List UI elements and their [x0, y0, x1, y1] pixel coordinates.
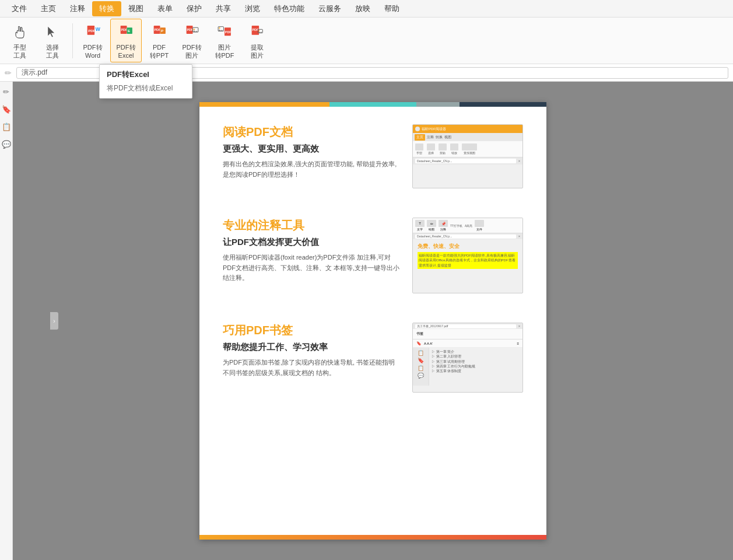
pdf-section-read: 阅读PDF文档 更强大、更实用、更高效 拥有出色的文档渲染效果,强大的页面管理功… [223, 124, 523, 188]
dropdown-title: PDF转Excel [100, 65, 192, 82]
select-tool-btn[interactable]: 选择工具 [37, 19, 68, 61]
pdf-to-word-icon: PDF W [82, 22, 103, 43]
hand-tool-btn[interactable]: 手型工具 [5, 19, 35, 61]
top-bar-gray [416, 102, 460, 107]
menu-file[interactable]: 文件 [5, 1, 34, 16]
svg-text:PDF: PDF [88, 29, 96, 33]
pdf-section-read-title: 阅读PDF文档 [223, 124, 401, 140]
menu-present[interactable]: 放映 [348, 1, 377, 16]
pdf-section-annotate-text: 使用福昕PDF阅读器(foxit reader)为PDF文件添 加注释,可对PD… [223, 253, 401, 284]
image-to-pdf-icon: PDF [214, 22, 235, 43]
menu-browse[interactable]: 浏览 [238, 1, 267, 16]
menu-help[interactable]: 帮助 [377, 1, 406, 16]
pdf-section-bookmark-text: 为PDF页面添加书签,除了实现内容的快速导航, 书签还能指明不同书签的层级关系,… [223, 358, 401, 378]
pdf-page: 阅读PDF文档 更强大、更实用、更高效 拥有出色的文档渲染效果,强大的页面管理功… [199, 102, 546, 540]
svg-point-14 [194, 29, 195, 30]
main-layout: ✏ 🔖 📋 💬 › 阅读PDF文档 更强大、更实用、更高效 [0, 82, 733, 560]
menu-protect[interactable]: 保护 [180, 1, 209, 16]
svg-point-16 [219, 27, 220, 29]
svg-text:PDF: PDF [154, 29, 161, 32]
svg-point-22 [259, 30, 260, 32]
menu-form[interactable]: 表单 [150, 1, 180, 16]
dropdown-description: 将PDF文档转成Excel [100, 82, 192, 98]
pdf-to-excel-btn[interactable]: PDF E PDF转Excel [110, 19, 142, 62]
pdf-top-bar [199, 102, 546, 107]
toolbar: 手型工具 选择工具 PDF W PDF转Word PDF E [0, 18, 733, 64]
svg-text:W: W [96, 27, 101, 33]
top-bar-teal [329, 102, 416, 107]
pdf-to-word-btn[interactable]: PDF W PDF转Word [78, 19, 108, 61]
pdf-section-bookmark-subtitle: 帮助您提升工作、学习效率 [223, 342, 401, 353]
svg-text:PDF: PDF [121, 29, 128, 32]
select-tool-icon [42, 22, 63, 43]
pdf-section-annotate-subtitle: 让PDF文档发挥更大价值 [223, 237, 401, 248]
pdf-to-ppt-label: PDF转PPT [150, 44, 169, 59]
pdf-to-image-label: PDF转图片 [183, 44, 202, 59]
pdf-to-image-icon: PDF [181, 22, 202, 43]
pencil-icon: ✏ [5, 68, 12, 78]
top-bar-orange [199, 102, 329, 107]
left-sidebar: ✏ 🔖 📋 💬 [0, 82, 13, 560]
pdf-bottom-bar [199, 535, 546, 540]
pdf-to-ppt-icon: PDF P [149, 22, 170, 43]
menu-convert[interactable]: 转换 [92, 1, 121, 16]
pdf-section-read-text: 拥有出色的文档渲染效果,强大的页面管理功能, 帮助提升效率,是您阅读PDF的理想… [223, 159, 401, 180]
sidebar-pencil-icon[interactable]: ✏ [1, 86, 12, 97]
pdf-to-image-btn[interactable]: PDF PDF转图片 [177, 19, 207, 61]
pdf-section-read-subtitle: 更强大、更实用、更高效 [223, 144, 401, 155]
hand-tool-label: 手型工具 [13, 44, 26, 59]
menu-bar: 文件 主页 注释 转换 视图 表单 保护 共享 浏览 特色功能 云服务 放映 帮… [0, 0, 733, 18]
collapse-button[interactable]: › [50, 312, 58, 330]
sidebar-pages-icon[interactable]: 📋 [1, 121, 12, 132]
menu-home[interactable]: 主页 [34, 1, 63, 16]
menu-features[interactable]: 特色功能 [267, 1, 311, 16]
extract-image-label: 提取图片 [251, 44, 264, 59]
pdf-to-excel-icon: PDF E [115, 22, 136, 43]
image-to-pdf-label: 图片转PDF [215, 44, 234, 59]
image-to-pdf-btn[interactable]: PDF 图片转PDF [209, 19, 240, 61]
menu-annotate[interactable]: 注释 [63, 1, 92, 16]
sidebar-comment-icon[interactable]: 💬 [1, 139, 12, 149]
select-tool-label: 选择工具 [46, 44, 59, 59]
svg-text:E: E [128, 29, 130, 33]
content-area: › 阅读PDF文档 更强大、更实用、更高效 拥有出色的文档渲染效果,强大的页面管… [13, 82, 733, 560]
extract-image-btn[interactable]: PDF 提取图片 [242, 19, 272, 61]
pdf-section-annotate-title: 专业的注释工具 [223, 218, 401, 233]
dropdown-menu: PDF转Excel 将PDF文档转成Excel [99, 64, 192, 99]
pdf-section-annotate: 专业的注释工具 让PDF文档发挥更大价值 使用福昕PDF阅读器(foxit re… [223, 218, 523, 293]
pdf-content: 阅读PDF文档 更强大、更实用、更高效 拥有出色的文档渲染效果,强大的页面管理功… [199, 107, 546, 439]
svg-text:PDF: PDF [225, 30, 232, 34]
toolbar-divider-1 [72, 23, 73, 58]
hand-tool-icon [9, 22, 30, 43]
pdf-to-excel-label: PDF转Excel [117, 44, 136, 59]
pdf-section-bookmark: 巧用PDF书签 帮助您提升工作、学习效率 为PDF页面添加书签,除了实现内容的快… [223, 323, 523, 393]
menu-cloud[interactable]: 云服务 [311, 1, 348, 16]
sidebar-bookmark-icon[interactable]: 🔖 [1, 104, 12, 114]
pdf-to-word-label: PDF转Word [83, 44, 103, 59]
menu-view[interactable]: 视图 [121, 1, 150, 16]
pdf-to-ppt-btn[interactable]: PDF P PDF转PPT [144, 19, 174, 61]
mini-ui-1-title: 福昕PDF阅读器 [422, 127, 446, 132]
pdf-section-bookmark-title: 巧用PDF书签 [223, 323, 401, 338]
top-bar-darkblue [460, 102, 546, 107]
menu-share[interactable]: 共享 [209, 1, 238, 16]
svg-text:P: P [161, 29, 163, 33]
extract-image-icon: PDF [247, 22, 268, 43]
